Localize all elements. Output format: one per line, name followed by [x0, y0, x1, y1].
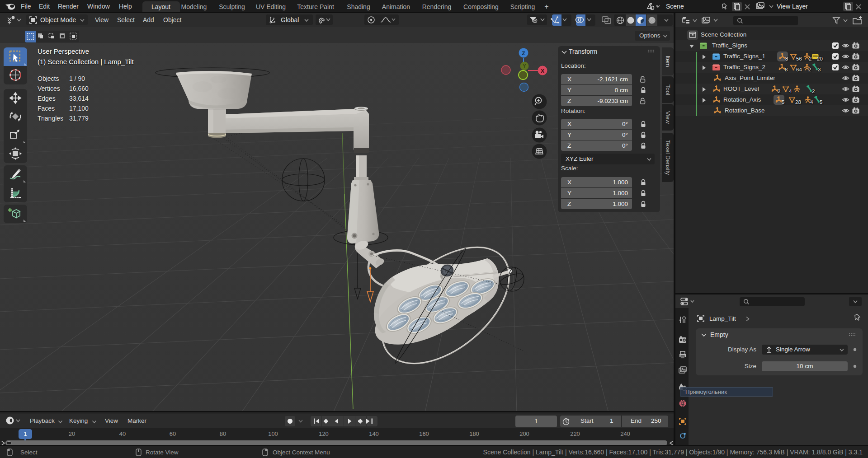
- svg-text:X: X: [541, 68, 544, 74]
- svg-text:Y: Y: [523, 63, 526, 69]
- svg-text:Z: Z: [522, 51, 525, 56]
